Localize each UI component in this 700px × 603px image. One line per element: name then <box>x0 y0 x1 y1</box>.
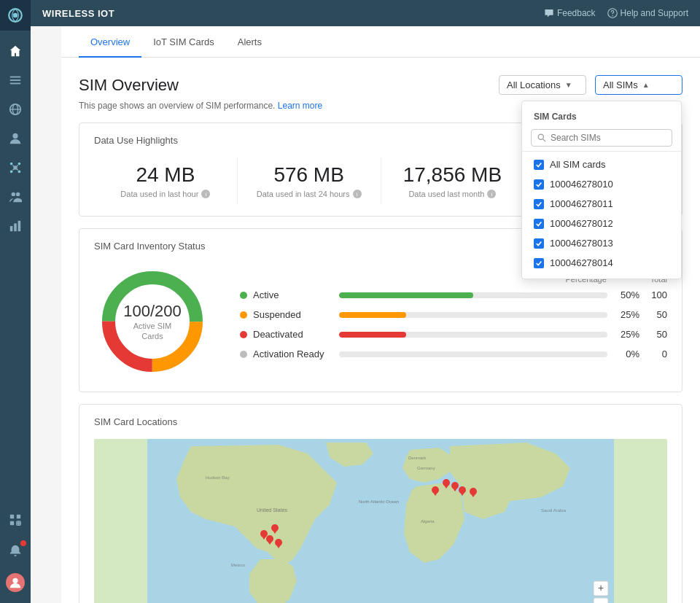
all-locations-dropdown[interactable]: All Locations ▼ <box>499 75 586 95</box>
chevron-down-icon: ▼ <box>565 81 572 89</box>
svg-text:+: + <box>598 582 604 594</box>
svg-line-17 <box>16 168 18 170</box>
svg-text:Mexico: Mexico <box>231 563 246 567</box>
help-button[interactable]: Help and Support <box>607 8 688 18</box>
topbar: WIRELESS IOT Feedback Help and Support <box>31 0 700 26</box>
svg-text:Denmark: Denmark <box>408 456 427 460</box>
page-body: SIM Overview All Locations ▼ All SIMs ▲ … <box>61 58 700 603</box>
legend-total-deactivated: 50 <box>645 329 667 340</box>
highlight-value-0: 24 MB <box>94 163 237 187</box>
svg-point-19 <box>16 192 20 196</box>
tab-alerts[interactable]: Alerts <box>226 26 273 58</box>
dropdown-section-title: SIM Cards <box>522 107 681 125</box>
svg-rect-2 <box>10 77 20 78</box>
info-icon-1: i <box>353 190 362 198</box>
dropdown-item-1[interactable]: 100046278011 <box>522 194 681 214</box>
sim-search-input[interactable] <box>551 133 666 143</box>
filter-row: All Locations ▼ All SIMs ▲ SIM Cards <box>499 75 682 95</box>
main-content: Overview IoT SIM Cards Alerts SIM Overvi… <box>61 26 700 603</box>
svg-text:Hudson Bay: Hudson Bay <box>206 475 230 480</box>
page-header: SIM Overview All Locations ▼ All SIMs ▲ … <box>79 75 682 95</box>
legend-name-deactivated: Deactivated <box>253 329 333 340</box>
dropdown-item-all[interactable]: All SIM cards <box>522 155 681 174</box>
legend-pct-suspended: 25% <box>613 309 639 320</box>
sidebar-chart[interactable] <box>0 211 31 241</box>
legend-pct-activation-ready: 0% <box>613 349 639 359</box>
sidebar-group[interactable] <box>0 182 31 211</box>
donut-chart: 100/200 Active SIM Cards <box>94 263 211 380</box>
dropdown-item-0[interactable]: 100046278010 <box>522 174 681 194</box>
highlight-label-2: Data used last month i <box>381 190 524 198</box>
sim-map[interactable]: + − United States North Atlantic Ocean S… <box>94 439 667 603</box>
inventory-row: 100/200 Active SIM Cards Percentage Tota… <box>94 263 667 380</box>
legend-name-active: Active <box>253 289 333 300</box>
svg-point-11 <box>18 163 21 166</box>
legend-bar-suspended <box>339 312 406 318</box>
svg-point-32 <box>538 134 543 139</box>
svg-rect-20 <box>10 226 13 231</box>
svg-point-8 <box>12 133 18 139</box>
legend-bar-deactivated <box>339 332 406 338</box>
highlight-last-month: 17,856 MB Data used last month i <box>381 157 525 204</box>
legend-dot-active <box>240 292 247 299</box>
legend-row-active: Active 50% 100 <box>240 289 667 300</box>
highlight-label-1: Data used in last 24 hours i <box>238 190 381 198</box>
sidebar-home[interactable] <box>0 36 31 66</box>
learn-more-link[interactable]: Learn more <box>278 101 322 111</box>
highlight-last-24h: 576 MB Data used in last 24 hours i <box>238 157 381 204</box>
sidebar-avatar[interactable] <box>0 568 31 597</box>
legend-total-activation-ready: 0 <box>645 349 667 359</box>
tab-bar: Overview IoT SIM Cards Alerts <box>61 26 700 58</box>
svg-rect-24 <box>17 515 20 518</box>
highlight-value-2: 17,856 MB <box>381 163 524 187</box>
legend-name-suspended: Suspended <box>253 309 333 320</box>
svg-line-33 <box>543 139 545 141</box>
page-title: SIM Overview <box>79 76 179 95</box>
legend-bar-active-container <box>339 292 607 298</box>
checkbox-4 <box>534 258 544 268</box>
sidebar-bell[interactable] <box>0 536 31 565</box>
svg-text:Algeria: Algeria <box>421 519 435 524</box>
donut-label: Active SIM Cards <box>123 321 182 342</box>
legend-dot-activation-ready <box>240 351 247 358</box>
sims-dropdown-menu: SIM Cards All SIM cards <box>521 101 682 279</box>
notification-badge <box>20 540 26 546</box>
dropdown-item-2[interactable]: 100046278012 <box>522 214 681 233</box>
sim-search-box[interactable] <box>531 129 672 147</box>
highlight-value-1: 576 MB <box>238 163 381 187</box>
svg-point-13 <box>18 171 21 174</box>
sidebar-globe[interactable] <box>0 95 31 124</box>
svg-point-18 <box>12 192 15 196</box>
app-logo[interactable] <box>0 0 31 31</box>
donut-center: 100/200 Active SIM Cards <box>123 302 182 342</box>
app-title: WIRELESS IOT <box>42 8 114 19</box>
legend-row-suspended: Suspended 25% 50 <box>240 309 667 320</box>
topbar-actions: Feedback Help and Support <box>544 8 688 18</box>
legend-pct-active: 50% <box>613 289 639 300</box>
all-sims-dropdown[interactable]: All SIMs ▲ SIM Cards <box>595 75 682 95</box>
sidebar-person[interactable] <box>0 124 31 153</box>
svg-rect-22 <box>18 221 21 231</box>
feedback-button[interactable]: Feedback <box>544 8 596 18</box>
tab-iot-sim-cards[interactable]: IoT SIM Cards <box>141 26 226 58</box>
svg-text:Germany: Germany <box>417 466 435 470</box>
sidebar-grid-add[interactable] <box>0 505 31 534</box>
svg-rect-23 <box>10 515 14 518</box>
info-icon-2: i <box>487 190 496 198</box>
dropdown-item-3[interactable]: 100046278013 <box>522 233 681 253</box>
sidebar-connections[interactable] <box>0 153 31 182</box>
dropdown-item-4[interactable]: 100046278014 <box>522 253 681 273</box>
checkbox-1 <box>534 199 544 209</box>
svg-point-12 <box>10 171 13 174</box>
svg-rect-3 <box>10 79 20 81</box>
sidebar-menu[interactable] <box>0 66 31 95</box>
chevron-up-icon: ▲ <box>642 81 650 89</box>
sidebar <box>0 0 31 603</box>
svg-point-29 <box>12 578 18 583</box>
svg-line-15 <box>16 165 18 166</box>
checkbox-all <box>534 160 544 170</box>
tab-overview[interactable]: Overview <box>79 26 141 58</box>
checkbox-2 <box>534 219 544 229</box>
legend-table: Percentage Total Active 50% 100 <box>240 275 667 368</box>
highlight-label-0: Data used in last hour i <box>94 190 237 198</box>
